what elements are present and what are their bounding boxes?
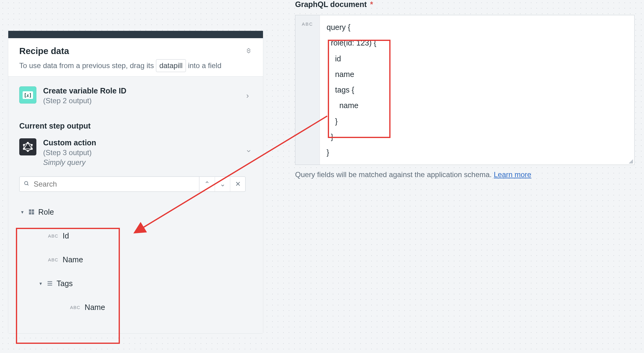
search-input[interactable] [34, 177, 199, 191]
required-asterisk: * [370, 0, 373, 9]
field-label-text: GraphQL document [295, 0, 367, 9]
graphql-editor[interactable]: ABC query { role(id: 123) { id name tags… [295, 15, 635, 165]
caret-down-icon[interactable]: ▾ [39, 281, 46, 286]
tree-node-tag-name[interactable]: ABC Name [19, 299, 252, 315]
current-step-title: Custom action [43, 138, 246, 147]
field-label: GraphQL document * [295, 0, 635, 9]
panel-top-bar [8, 31, 263, 38]
prev-step-meta: (Step 2 output) [43, 96, 246, 105]
search-icon [20, 181, 34, 188]
list-icon [47, 280, 53, 286]
svg-point-2 [27, 142, 28, 143]
svg-point-3 [31, 144, 32, 145]
help-text-pre: Query fields will be matched against the… [295, 170, 492, 179]
svg-rect-12 [29, 212, 31, 215]
tree-label-name[interactable]: Name [63, 255, 83, 264]
output-tree: ▾ Role ABC Id ABC Name ▾ [19, 204, 252, 315]
tree-label-id[interactable]: Id [63, 231, 69, 240]
tree-node-id[interactable]: ABC Id [19, 228, 252, 244]
gutter-type-icon: ABC [302, 21, 313, 27]
prev-step-title: Create variable Role ID [43, 86, 246, 95]
subtitle-pre: To use data from a previous step, drag i… [19, 61, 154, 70]
tree-node-tags[interactable]: ▾ Tags [19, 275, 252, 291]
svg-point-4 [31, 148, 32, 149]
recipe-data-panel: Recipe data To use data from a previous … [8, 31, 263, 334]
svg-point-5 [27, 150, 28, 151]
svg-rect-11 [32, 209, 34, 212]
current-step-meta: (Step 3 output) [43, 148, 246, 157]
tree-node-name[interactable]: ABC Name [19, 252, 252, 267]
search-next-icon[interactable]: ⌄ [215, 177, 230, 191]
tree-label-role[interactable]: Role [38, 208, 54, 217]
learn-more-link[interactable]: Learn more [494, 170, 531, 179]
object-icon [28, 209, 35, 215]
string-type-icon: ABC [70, 305, 80, 310]
panel-title: Recipe data [19, 46, 69, 56]
subtitle-post: into a field [188, 61, 221, 70]
graphql-icon [19, 138, 36, 155]
svg-rect-10 [29, 209, 31, 212]
current-step-desc: Simply query [43, 158, 246, 167]
expand-drag-icon[interactable] [245, 46, 252, 56]
search-clear-icon[interactable]: ✕ [230, 177, 245, 191]
panel-header: Recipe data To use data from a previous … [8, 38, 263, 76]
graphql-field-area: GraphQL document * ABC query { role(id: … [295, 0, 635, 179]
string-type-icon: ABC [48, 257, 58, 262]
svg-point-6 [23, 148, 24, 149]
field-help: Query fields will be matched against the… [295, 170, 635, 179]
caret-down-icon[interactable]: ▾ [21, 209, 27, 215]
current-step-row[interactable]: Custom action (Step 3 output) Simply que… [19, 136, 252, 169]
chevron-down-icon: › [244, 150, 254, 155]
svg-point-7 [23, 144, 24, 145]
tree-node-role[interactable]: ▾ Role [19, 204, 252, 220]
variable-icon: [𝑥] [19, 86, 36, 104]
search-prev-icon[interactable]: ⌃ [199, 177, 215, 191]
tree-label-tags[interactable]: Tags [57, 279, 73, 288]
svg-point-8 [24, 181, 28, 185]
panel-body: [𝑥] Create variable Role ID (Step 2 outp… [8, 76, 263, 333]
svg-rect-13 [32, 212, 34, 215]
chevron-right-icon: › [246, 91, 252, 100]
svg-line-9 [27, 184, 28, 185]
editor-body[interactable]: query { role(id: 123) { id name tags { n… [320, 15, 634, 165]
resize-handle-icon[interactable]: ◢ [629, 159, 634, 164]
panel-subtitle: To use data from a previous step, drag i… [19, 59, 252, 72]
datapill-token: datapill [156, 59, 186, 72]
string-type-icon: ABC [48, 233, 58, 238]
search-container: ⌃ ⌄ ✕ [19, 176, 246, 192]
tree-label-tag-name[interactable]: Name [85, 303, 105, 312]
editor-gutter: ABC [295, 15, 320, 165]
current-output-label: Current step output [19, 122, 252, 130]
prev-step-row[interactable]: [𝑥] Create variable Role ID (Step 2 outp… [19, 85, 252, 107]
